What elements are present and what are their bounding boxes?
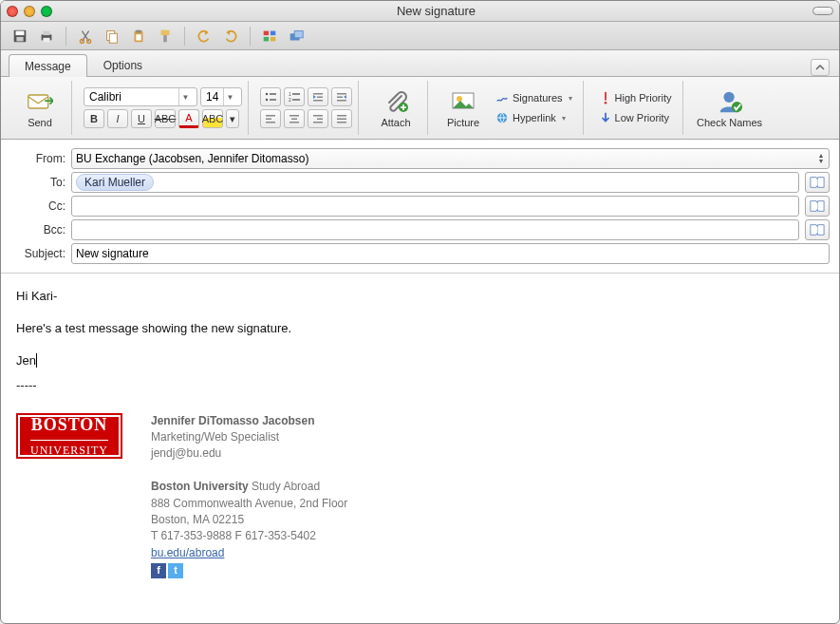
decrease-indent-button[interactable] — [331, 87, 352, 106]
collapse-ribbon-icon[interactable] — [811, 59, 830, 76]
save-icon[interactable] — [9, 26, 31, 47]
chevron-down-icon: ▾ — [562, 114, 566, 123]
chevron-down-icon: ▼ — [223, 88, 236, 105]
from-label: From: — [7, 152, 65, 165]
format-painter-icon[interactable] — [154, 26, 177, 47]
signatures-button[interactable]: Signatures ▾ — [491, 89, 577, 106]
toolbox-icon[interactable] — [285, 26, 308, 47]
minimize-icon[interactable] — [24, 6, 35, 17]
sig-phones: T 617-353-9888 F 617-353-5402 — [151, 528, 347, 544]
categorize-icon[interactable] — [258, 26, 281, 47]
sig-addr2: Boston, MA 02215 — [151, 512, 347, 528]
signature-text: Jennifer DiTomasso Jacobsen Marketing/We… — [151, 413, 347, 579]
ribbon-tabs: Message Options — [1, 50, 839, 77]
svg-rect-12 — [136, 34, 140, 40]
font-color-button[interactable]: A — [178, 109, 199, 128]
cc-label: Cc: — [7, 199, 65, 213]
low-priority-label: Low Priority — [615, 112, 669, 123]
svg-point-6 — [80, 39, 84, 43]
undo-icon[interactable] — [193, 26, 215, 47]
facebook-icon[interactable]: f — [151, 563, 166, 578]
logo-line1: BOSTON — [31, 412, 108, 439]
high-priority-button[interactable]: High Priority — [595, 89, 677, 106]
number-list-button[interactable]: 12 — [284, 87, 305, 106]
tab-message[interactable]: Message — [9, 54, 87, 77]
check-names-button[interactable]: Check Names — [695, 81, 765, 136]
svg-rect-9 — [109, 33, 117, 43]
svg-rect-4 — [43, 30, 49, 35]
cut-icon[interactable] — [74, 26, 97, 47]
cc-input[interactable] — [76, 199, 794, 213]
underline-button[interactable]: U — [131, 109, 152, 128]
from-select[interactable]: BU Exchange (Jacobsen, Jennifer Ditomass… — [71, 148, 830, 169]
copy-icon[interactable] — [101, 26, 123, 47]
window-controls — [7, 6, 52, 17]
svg-rect-25 — [270, 99, 276, 101]
svg-point-54 — [723, 91, 734, 102]
send-label: Send — [28, 117, 52, 128]
svg-rect-11 — [136, 29, 140, 32]
align-center-button[interactable] — [284, 109, 305, 128]
bullet-list-button[interactable] — [260, 87, 281, 106]
align-right-button[interactable] — [308, 109, 328, 128]
svg-rect-42 — [313, 115, 323, 117]
body-line: Hi Kari- — [16, 287, 824, 306]
print-icon[interactable] — [35, 26, 58, 47]
bcc-input[interactable] — [76, 223, 794, 236]
address-book-bcc-button[interactable] — [805, 219, 830, 240]
low-priority-button[interactable]: Low Priority — [595, 109, 677, 126]
increase-indent-button[interactable] — [308, 87, 328, 106]
zoom-icon[interactable] — [41, 6, 52, 17]
cc-field[interactable] — [71, 196, 799, 217]
address-book-cc-button[interactable] — [805, 196, 830, 217]
font-size-select[interactable]: 14 ▼ — [200, 87, 242, 106]
body-line: Here's a test message showing the new si… — [16, 319, 824, 338]
paste-icon[interactable] — [127, 26, 150, 47]
svg-rect-16 — [271, 30, 275, 35]
redo-icon[interactable] — [219, 26, 242, 47]
svg-rect-20 — [294, 30, 303, 37]
svg-rect-45 — [337, 115, 346, 117]
titlebar: New signature — [1, 1, 839, 22]
font-name-value: Calibri — [89, 90, 121, 104]
hyperlink-button[interactable]: Hyperlink ▾ — [491, 109, 577, 126]
align-left-button[interactable] — [260, 109, 281, 128]
picture-button[interactable]: Picture — [439, 81, 487, 136]
recipient-chip[interactable]: Kari Mueller — [76, 174, 154, 191]
send-button[interactable]: Send — [14, 81, 65, 136]
svg-rect-29 — [292, 99, 300, 101]
tab-options[interactable]: Options — [87, 53, 159, 76]
address-book-to-button[interactable] — [805, 172, 830, 193]
svg-rect-36 — [266, 115, 275, 117]
sig-org: Boston University — [151, 480, 249, 493]
svg-rect-5 — [43, 37, 49, 42]
subject-field[interactable] — [71, 243, 830, 264]
attach-button[interactable]: Attach — [370, 81, 421, 136]
message-body[interactable]: Hi Kari- Here's a test message showing t… — [1, 274, 839, 623]
svg-text:2: 2 — [289, 97, 291, 103]
twitter-icon[interactable]: t — [168, 563, 183, 578]
svg-rect-14 — [163, 35, 167, 42]
updown-icon: ▴▾ — [817, 153, 825, 164]
font-name-select[interactable]: Calibri ▼ — [84, 87, 197, 106]
close-icon[interactable] — [7, 6, 18, 17]
format-dropdown-icon[interactable]: ▾ — [226, 109, 239, 128]
svg-rect-33 — [337, 93, 346, 95]
subject-input[interactable] — [76, 247, 825, 260]
sig-org-sub: Study Abroad — [249, 480, 320, 493]
bold-button[interactable]: B — [84, 109, 104, 128]
highlight-button[interactable]: ABC — [202, 109, 223, 128]
ribbon: Send Calibri ▼ 14 ▼ B I — [1, 77, 839, 140]
strike-button[interactable]: ABC — [155, 109, 176, 128]
bcc-field[interactable] — [71, 219, 799, 240]
svg-rect-40 — [291, 119, 297, 121]
picture-label: Picture — [447, 117, 479, 128]
justify-button[interactable] — [331, 109, 352, 128]
italic-button[interactable]: I — [107, 109, 128, 128]
sig-link[interactable]: bu.edu/abroad — [151, 546, 224, 559]
svg-rect-38 — [266, 122, 275, 123]
to-field[interactable]: Kari Mueller — [71, 172, 799, 193]
toolbar-pill-icon[interactable] — [812, 7, 833, 15]
sig-addr1: 888 Commonwealth Avenue, 2nd Floor — [151, 496, 347, 512]
bu-logo: BOSTON UNIVERSITY — [16, 413, 122, 459]
